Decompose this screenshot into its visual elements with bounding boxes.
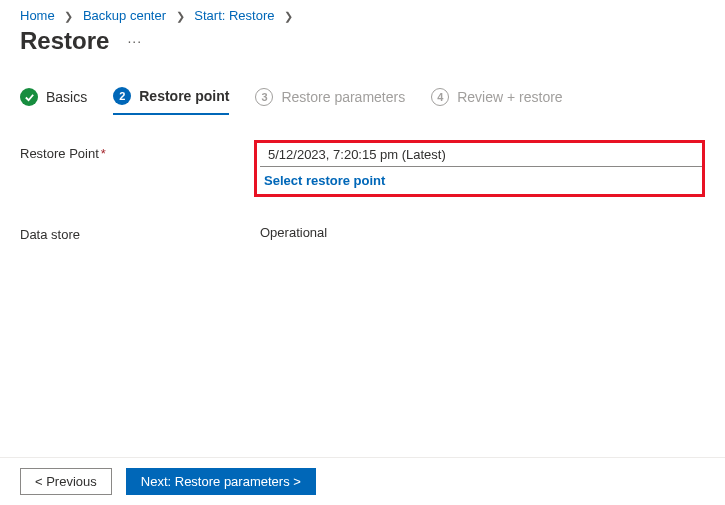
breadcrumb-start-restore[interactable]: Start: Restore — [194, 8, 274, 23]
tab-basics[interactable]: Basics — [20, 88, 87, 114]
step-number-icon: 3 — [255, 88, 273, 106]
wizard-footer: < Previous Next: Restore parameters > — [0, 457, 725, 505]
previous-button[interactable]: < Previous — [20, 468, 112, 495]
breadcrumb-backup-center[interactable]: Backup center — [83, 8, 166, 23]
form-area: Restore Point* Select restore point Data… — [0, 116, 725, 242]
check-icon — [20, 88, 38, 106]
next-button[interactable]: Next: Restore parameters > — [126, 468, 316, 495]
data-store-value: Operational — [260, 225, 327, 240]
restore-point-label: Restore Point* — [20, 144, 260, 161]
tab-restore-parameters-label: Restore parameters — [281, 89, 405, 105]
tab-restore-point[interactable]: 2 Restore point — [113, 87, 229, 115]
highlight-annotation: Select restore point — [254, 140, 705, 197]
wizard-tabs: Basics 2 Restore point 3 Restore paramet… — [0, 73, 725, 116]
page-title: Restore — [20, 27, 109, 55]
restore-point-input[interactable] — [260, 143, 702, 167]
tab-restore-point-label: Restore point — [139, 88, 229, 104]
tab-restore-parameters[interactable]: 3 Restore parameters — [255, 88, 405, 114]
breadcrumb-home[interactable]: Home — [20, 8, 55, 23]
more-actions-icon[interactable]: ··· — [127, 33, 142, 49]
chevron-right-icon: ❯ — [176, 10, 185, 22]
tab-basics-label: Basics — [46, 89, 87, 105]
page-header: Restore ··· — [0, 27, 725, 73]
row-restore-point: Restore Point* Select restore point — [20, 144, 705, 197]
data-store-label: Data store — [20, 225, 260, 242]
breadcrumb: Home ❯ Backup center ❯ Start: Restore ❯ — [0, 0, 725, 27]
select-restore-point-link[interactable]: Select restore point — [264, 173, 702, 188]
step-number-icon: 2 — [113, 87, 131, 105]
chevron-right-icon: ❯ — [284, 10, 293, 22]
row-data-store: Data store Operational — [20, 225, 705, 242]
step-number-icon: 4 — [431, 88, 449, 106]
tab-review-restore-label: Review + restore — [457, 89, 562, 105]
required-indicator: * — [101, 146, 106, 161]
tab-review-restore[interactable]: 4 Review + restore — [431, 88, 562, 114]
chevron-right-icon: ❯ — [64, 10, 73, 22]
